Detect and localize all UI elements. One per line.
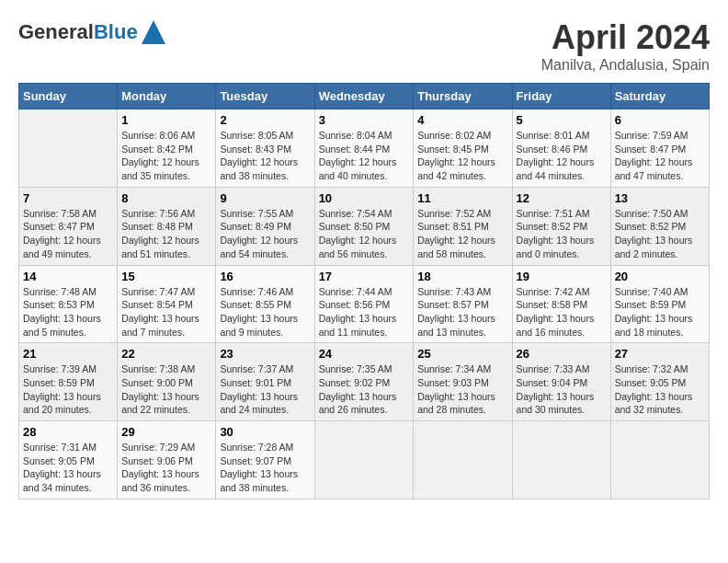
day-number: 10 <box>319 191 410 205</box>
day-info: Sunrise: 7:44 AM Sunset: 8:56 PM Dayligh… <box>319 285 410 339</box>
day-info: Sunrise: 7:31 AM Sunset: 9:05 PM Dayligh… <box>23 441 113 495</box>
week-row-5: 28Sunrise: 7:31 AM Sunset: 9:05 PM Dayli… <box>19 421 710 500</box>
day-number: 28 <box>23 425 113 439</box>
day-number: 18 <box>417 270 507 283</box>
calendar-cell: 1Sunrise: 8:06 AM Sunset: 8:42 PM Daylig… <box>118 109 216 188</box>
day-number: 11 <box>417 191 507 205</box>
day-number: 23 <box>220 347 310 361</box>
day-number: 25 <box>417 347 507 361</box>
header-row: SundayMondayTuesdayWednesdayThursdayFrid… <box>19 84 710 109</box>
calendar-cell: 13Sunrise: 7:50 AM Sunset: 8:52 PM Dayli… <box>610 187 709 265</box>
calendar-cell: 3Sunrise: 8:04 AM Sunset: 8:44 PM Daylig… <box>314 109 414 188</box>
calendar-cell: 14Sunrise: 7:48 AM Sunset: 8:53 PM Dayli… <box>19 265 118 343</box>
day-number: 13 <box>615 191 705 205</box>
title-area: April 2024 Manilva, Andalusia, Spain <box>541 18 710 74</box>
day-info: Sunrise: 7:38 AM Sunset: 9:00 PM Dayligh… <box>121 362 211 417</box>
calendar-cell: 21Sunrise: 7:39 AM Sunset: 8:59 PM Dayli… <box>19 343 118 421</box>
calendar-cell: 11Sunrise: 7:52 AM Sunset: 8:51 PM Dayli… <box>414 187 512 265</box>
day-info: Sunrise: 7:46 AM Sunset: 8:55 PM Dayligh… <box>220 285 310 339</box>
logo: GeneralBlue <box>18 18 167 46</box>
day-number: 26 <box>517 347 607 361</box>
calendar-cell: 12Sunrise: 7:51 AM Sunset: 8:52 PM Dayli… <box>512 187 610 265</box>
day-number: 21 <box>23 347 113 361</box>
calendar-cell: 30Sunrise: 7:28 AM Sunset: 9:07 PM Dayli… <box>216 421 314 500</box>
calendar-cell: 10Sunrise: 7:54 AM Sunset: 8:50 PM Dayli… <box>314 187 414 265</box>
column-header-wednesday: Wednesday <box>314 84 414 109</box>
logo-blue: Blue <box>94 20 138 43</box>
day-info: Sunrise: 7:34 AM Sunset: 9:03 PM Dayligh… <box>417 362 507 417</box>
logo-icon <box>140 18 167 46</box>
day-number: 29 <box>121 425 211 439</box>
calendar-cell: 20Sunrise: 7:40 AM Sunset: 8:59 PM Dayli… <box>610 265 709 343</box>
calendar-cell: 18Sunrise: 7:43 AM Sunset: 8:57 PM Dayli… <box>414 265 512 343</box>
day-number: 6 <box>615 113 705 127</box>
calendar-cell: 8Sunrise: 7:56 AM Sunset: 8:48 PM Daylig… <box>118 187 216 265</box>
day-number: 4 <box>417 113 507 127</box>
day-info: Sunrise: 7:39 AM Sunset: 8:59 PM Dayligh… <box>23 362 113 417</box>
day-number: 24 <box>319 347 410 361</box>
calendar-cell <box>610 421 709 500</box>
month-title: April 2024 <box>541 18 710 57</box>
calendar-cell: 25Sunrise: 7:34 AM Sunset: 9:03 PM Dayli… <box>414 343 512 421</box>
day-info: Sunrise: 8:06 AM Sunset: 8:42 PM Dayligh… <box>121 129 211 183</box>
day-info: Sunrise: 7:48 AM Sunset: 8:53 PM Dayligh… <box>23 285 113 339</box>
day-info: Sunrise: 7:47 AM Sunset: 8:54 PM Dayligh… <box>121 285 211 339</box>
logo-general: General <box>18 20 94 43</box>
calendar-cell <box>314 421 414 500</box>
day-number: 27 <box>615 347 705 361</box>
day-number: 20 <box>615 270 705 283</box>
day-number: 7 <box>23 191 113 205</box>
column-header-sunday: Sunday <box>19 84 118 109</box>
calendar-cell: 5Sunrise: 8:01 AM Sunset: 8:46 PM Daylig… <box>512 109 610 188</box>
day-info: Sunrise: 7:32 AM Sunset: 9:05 PM Dayligh… <box>615 362 705 417</box>
calendar-cell <box>19 109 118 188</box>
day-info: Sunrise: 7:29 AM Sunset: 9:06 PM Dayligh… <box>121 441 211 495</box>
week-row-1: 1Sunrise: 8:06 AM Sunset: 8:42 PM Daylig… <box>19 109 710 188</box>
day-number: 30 <box>220 425 310 439</box>
day-number: 17 <box>319 270 410 283</box>
svg-marker-0 <box>142 20 165 44</box>
day-info: Sunrise: 7:52 AM Sunset: 8:51 PM Dayligh… <box>417 207 507 261</box>
calendar-cell <box>414 421 512 500</box>
day-info: Sunrise: 7:37 AM Sunset: 9:01 PM Dayligh… <box>220 362 310 417</box>
day-number: 16 <box>220 270 310 283</box>
day-number: 22 <box>121 347 211 361</box>
header: GeneralBlue April 2024 Manilva, Andalusi… <box>18 18 710 74</box>
calendar-cell: 17Sunrise: 7:44 AM Sunset: 8:56 PM Dayli… <box>314 265 414 343</box>
day-number: 8 <box>121 191 211 205</box>
day-info: Sunrise: 7:40 AM Sunset: 8:59 PM Dayligh… <box>615 285 705 339</box>
day-number: 15 <box>121 270 211 283</box>
day-info: Sunrise: 7:42 AM Sunset: 8:58 PM Dayligh… <box>517 285 607 339</box>
day-number: 3 <box>319 113 410 127</box>
day-number: 2 <box>220 113 310 127</box>
day-number: 1 <box>121 113 211 127</box>
day-info: Sunrise: 7:56 AM Sunset: 8:48 PM Dayligh… <box>121 207 211 261</box>
column-header-monday: Monday <box>118 84 216 109</box>
column-header-friday: Friday <box>512 84 610 109</box>
day-info: Sunrise: 7:54 AM Sunset: 8:50 PM Dayligh… <box>319 207 410 261</box>
week-row-3: 14Sunrise: 7:48 AM Sunset: 8:53 PM Dayli… <box>19 265 710 343</box>
calendar-cell: 23Sunrise: 7:37 AM Sunset: 9:01 PM Dayli… <box>216 343 314 421</box>
calendar-cell: 16Sunrise: 7:46 AM Sunset: 8:55 PM Dayli… <box>216 265 314 343</box>
calendar-cell: 29Sunrise: 7:29 AM Sunset: 9:06 PM Dayli… <box>118 421 216 500</box>
day-info: Sunrise: 7:58 AM Sunset: 8:47 PM Dayligh… <box>23 207 113 261</box>
column-header-saturday: Saturday <box>610 84 709 109</box>
calendar-cell: 19Sunrise: 7:42 AM Sunset: 8:58 PM Dayli… <box>512 265 610 343</box>
week-row-4: 21Sunrise: 7:39 AM Sunset: 8:59 PM Dayli… <box>19 343 710 421</box>
calendar-cell: 9Sunrise: 7:55 AM Sunset: 8:49 PM Daylig… <box>216 187 314 265</box>
day-info: Sunrise: 8:04 AM Sunset: 8:44 PM Dayligh… <box>319 129 410 183</box>
calendar-cell: 4Sunrise: 8:02 AM Sunset: 8:45 PM Daylig… <box>414 109 512 188</box>
day-info: Sunrise: 8:05 AM Sunset: 8:43 PM Dayligh… <box>220 129 310 183</box>
calendar-cell: 15Sunrise: 7:47 AM Sunset: 8:54 PM Dayli… <box>118 265 216 343</box>
column-header-tuesday: Tuesday <box>216 84 314 109</box>
calendar-cell: 28Sunrise: 7:31 AM Sunset: 9:05 PM Dayli… <box>19 421 118 500</box>
day-number: 5 <box>517 113 607 127</box>
day-number: 14 <box>23 270 113 283</box>
column-header-thursday: Thursday <box>414 84 512 109</box>
day-info: Sunrise: 7:33 AM Sunset: 9:04 PM Dayligh… <box>517 362 607 417</box>
location-title: Manilva, Andalusia, Spain <box>541 57 710 74</box>
calendar-cell: 2Sunrise: 8:05 AM Sunset: 8:43 PM Daylig… <box>216 109 314 188</box>
calendar-table: SundayMondayTuesdayWednesdayThursdayFrid… <box>18 83 710 500</box>
day-info: Sunrise: 7:35 AM Sunset: 9:02 PM Dayligh… <box>319 362 410 417</box>
calendar-cell: 24Sunrise: 7:35 AM Sunset: 9:02 PM Dayli… <box>314 343 414 421</box>
